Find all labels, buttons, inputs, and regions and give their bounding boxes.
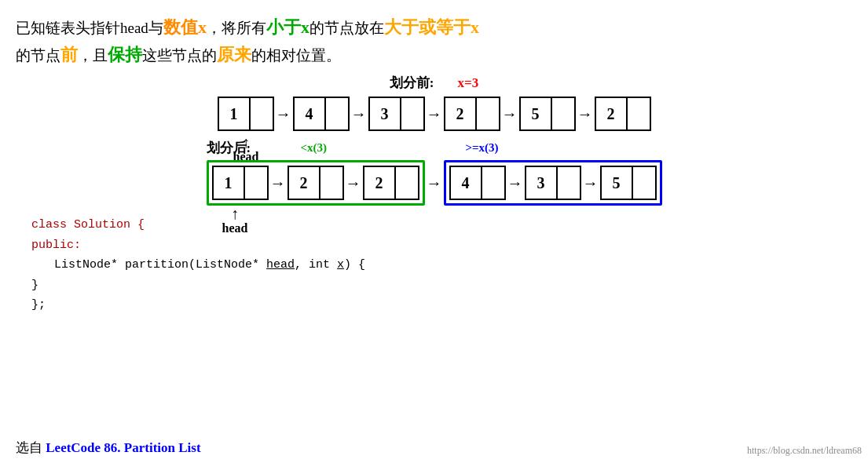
before-node-1-val: 4 (295, 98, 326, 129)
code-public-keyword: public: (31, 239, 81, 252)
footer-prefix: 选自 (16, 440, 46, 455)
before-node-0: 1 (218, 97, 274, 131)
after-geq-node-1: 3 (525, 166, 581, 200)
after-less-node-2-ptr (396, 167, 418, 199)
between-groups-arrow: → (427, 174, 442, 192)
after-less-arrow-1: → (346, 174, 361, 192)
after-geq-node-2-val: 5 (602, 167, 633, 199)
before-node-3-val: 2 (445, 98, 477, 129)
after-head-arrow: ↑ (231, 206, 239, 221)
after-less-arrow-0: → (270, 174, 286, 192)
before-node-5: 2 (595, 97, 651, 131)
diagram-area: 划分前: x=3 1 → 4 → (16, 74, 852, 206)
before-arrow-4: → (577, 105, 593, 123)
before-node-1-ptr (326, 98, 348, 129)
after-list-container: 1 → 2 → 2 (207, 160, 662, 206)
desc-text-3: 的节点放在 (309, 20, 384, 36)
after-geq-node-0: 4 (449, 166, 506, 200)
after-geq-list: 4 → 3 → 5 (449, 166, 657, 200)
before-label: 划分前: (390, 74, 434, 92)
after-less-group: 1 → 2 → 2 (207, 160, 425, 206)
before-node-4-ptr (552, 98, 574, 129)
after-less-node-0: 1 (212, 166, 269, 200)
after-geq-node-1-val: 3 (526, 167, 558, 199)
after-label: 划分后: (207, 139, 251, 157)
after-geq-label: >=x(3) (466, 141, 499, 155)
watermark: https://blog.csdn.net/ldream68 (747, 445, 862, 457)
desc-text-4: 的节点 (16, 47, 60, 64)
description-line2: 的节点前，且保持这些节点的原来的相对位置。 (16, 42, 852, 67)
before-node-0-val: 1 (219, 98, 251, 129)
desc-highlight-geq: 大于或等于x (384, 17, 479, 37)
after-geq-node-2-ptr (633, 167, 655, 199)
before-linked-list: 1 → 4 → 3 → (218, 97, 651, 131)
desc-text-7: 的相对位置。 (251, 47, 341, 64)
after-less-label: <x(3) (301, 141, 328, 155)
code-section: class Solution { public: ListNode* parti… (31, 215, 852, 315)
before-list-wrapper: 1 → 4 → 3 → (218, 97, 651, 131)
footer-link[interactable]: LeetCode 86. Partition List (46, 440, 200, 455)
before-node-5-ptr (628, 98, 650, 129)
after-less-node-0-val: 1 (214, 167, 245, 199)
desc-highlight-less: 小于x (266, 17, 309, 37)
after-less-node-1: 2 (288, 166, 344, 200)
after-less-node-1-val: 2 (289, 167, 320, 199)
description-line1: 已知链表头指针head与数值x，将所有小于x的节点放在大于或等于x (16, 14, 852, 40)
before-arrow-1: → (351, 105, 367, 123)
code-param-x: x (337, 258, 344, 272)
after-less-node-2: 2 (363, 166, 419, 200)
after-geq-node-0-ptr (482, 167, 504, 199)
before-node-2-ptr (401, 98, 423, 129)
desc-highlight-baochi: 保持 (108, 45, 142, 64)
after-geq-group: 4 → 3 → 5 (444, 160, 662, 206)
code-closing: ) { (344, 258, 365, 272)
code-param-head: head (266, 258, 295, 272)
after-less-list: 1 → 2 → 2 (212, 166, 419, 200)
code-line4: } (31, 275, 852, 296)
before-node-0-ptr (251, 98, 273, 129)
before-node-1: 4 (293, 97, 350, 131)
after-less-node-2-val: 2 (364, 167, 396, 199)
desc-highlight-shuzhi: 数值x (163, 17, 207, 37)
code-class-close: }; (31, 298, 46, 312)
after-geq-arrow-1: → (583, 174, 599, 192)
before-node-2-val: 3 (370, 98, 401, 129)
code-line2: public: (31, 235, 852, 256)
after-geq-node-1-ptr (558, 167, 580, 199)
after-geq-node-2: 5 (600, 166, 657, 200)
desc-text-5: ，且 (78, 47, 108, 64)
desc-highlight-yuanlai: 原来 (217, 45, 251, 64)
code-listnode-type: ListNode* partition(ListNode* (47, 258, 266, 272)
desc-text-2: ，将所有 (207, 20, 266, 36)
before-node-4: 5 (519, 97, 576, 131)
before-node-2: 3 (368, 97, 425, 131)
desc-text-6: 这些节点的 (142, 47, 217, 64)
before-section: 划分前: x=3 1 → 4 → (218, 74, 651, 131)
before-node-3-ptr (477, 98, 499, 129)
code-line5: }; (31, 295, 852, 315)
before-node-4-val: 5 (521, 98, 552, 129)
code-line3: ListNode* partition(ListNode* head, int … (31, 255, 852, 275)
before-node-5-val: 2 (596, 98, 628, 129)
before-arrow-0: → (276, 105, 291, 123)
after-geq-arrow-0: → (507, 174, 523, 192)
before-header: 划分前: x=3 (218, 74, 651, 92)
after-section: 划分后: <x(3) >=x(3) 1 → (207, 139, 662, 206)
before-x-label: x=3 (457, 75, 478, 91)
after-header: 划分后: <x(3) >=x(3) (207, 139, 662, 157)
desc-highlight-qian: 前 (60, 45, 78, 64)
main-container: 已知链表头指针head与数值x，将所有小于x的节点放在大于或等于x 的节点前，且… (0, 0, 868, 323)
code-line1: class Solution { (31, 215, 852, 235)
code-class-keyword: class Solution { (31, 218, 145, 232)
after-list-area: 1 → 2 → 2 (207, 160, 662, 206)
after-head-label: head (222, 221, 248, 235)
after-less-node-1-ptr (320, 167, 342, 199)
after-less-node-0-ptr (245, 167, 267, 199)
before-arrow-3: → (502, 105, 518, 123)
after-geq-node-0-val: 4 (451, 167, 482, 199)
before-node-3: 2 (444, 97, 500, 131)
code-comma: , int (295, 258, 337, 272)
before-arrow-2: → (427, 105, 442, 123)
desc-text-1: 已知链表头指针head与 (16, 20, 163, 36)
after-head-pointer: ↑ head (222, 206, 248, 235)
